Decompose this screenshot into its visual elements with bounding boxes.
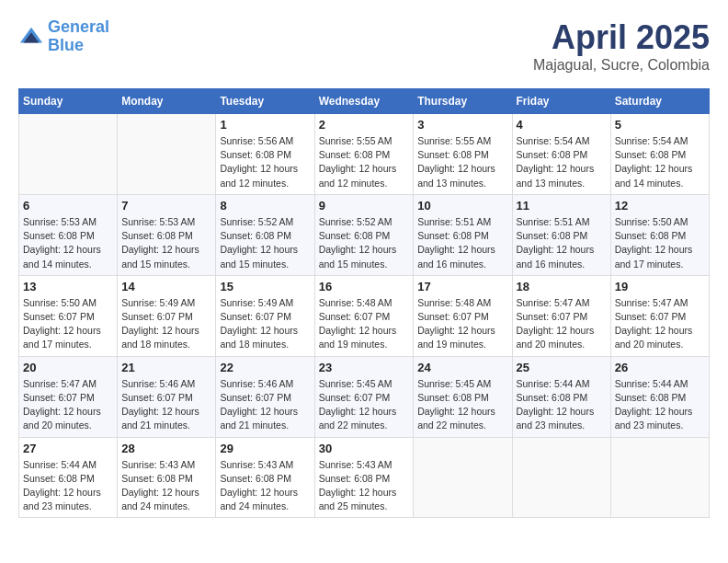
day-info: Sunrise: 5:53 AMSunset: 6:08 PMDaylight:… — [121, 215, 211, 271]
day-cell: 9Sunrise: 5:52 AMSunset: 6:08 PMDaylight… — [314, 194, 414, 275]
calendar-title: April 2025 — [533, 18, 710, 57]
day-cell: 21Sunrise: 5:46 AMSunset: 6:07 PMDayligh… — [118, 356, 216, 437]
calendar-subtitle: Majagual, Sucre, Colombia — [533, 57, 710, 74]
day-number: 10 — [417, 199, 507, 213]
day-number: 14 — [121, 280, 211, 293]
day-number: 12 — [615, 199, 705, 213]
weekday-header-wednesday: Wednesday — [314, 89, 414, 114]
day-cell: 30Sunrise: 5:43 AMSunset: 6:08 PMDayligh… — [314, 437, 414, 518]
week-row-2: 6Sunrise: 5:53 AMSunset: 6:08 PMDaylight… — [19, 194, 710, 275]
day-number: 15 — [220, 280, 310, 293]
day-number: 4 — [517, 118, 607, 132]
day-info: Sunrise: 5:45 AMSunset: 6:07 PMDaylight:… — [319, 377, 410, 433]
day-number: 16 — [319, 280, 410, 293]
day-info: Sunrise: 5:54 AMSunset: 6:08 PMDaylight:… — [517, 134, 607, 190]
day-number: 18 — [517, 280, 607, 293]
day-number: 13 — [23, 280, 113, 293]
day-cell: 25Sunrise: 5:44 AMSunset: 6:08 PMDayligh… — [512, 356, 610, 437]
weekday-header-sunday: Sunday — [19, 89, 118, 114]
day-number: 5 — [615, 118, 705, 132]
day-cell: 4Sunrise: 5:54 AMSunset: 6:08 PMDaylight… — [512, 114, 610, 195]
day-cell: 11Sunrise: 5:51 AMSunset: 6:08 PMDayligh… — [512, 194, 610, 275]
day-info: Sunrise: 5:46 AMSunset: 6:07 PMDaylight:… — [220, 377, 310, 433]
day-info: Sunrise: 5:54 AMSunset: 6:08 PMDaylight:… — [615, 134, 705, 190]
day-cell — [610, 437, 709, 518]
day-cell — [118, 114, 216, 195]
day-number: 24 — [417, 361, 507, 374]
day-info: Sunrise: 5:53 AMSunset: 6:08 PMDaylight:… — [23, 215, 113, 271]
title-section: April 2025 Majagual, Sucre, Colombia — [533, 18, 710, 74]
day-info: Sunrise: 5:56 AMSunset: 6:08 PMDaylight:… — [220, 134, 310, 190]
calendar-table: SundayMondayTuesdayWednesdayThursdayFrid… — [18, 88, 710, 518]
day-info: Sunrise: 5:51 AMSunset: 6:08 PMDaylight:… — [417, 215, 507, 271]
logo-text: General Blue — [48, 18, 109, 55]
day-info: Sunrise: 5:52 AMSunset: 6:08 PMDaylight:… — [220, 215, 310, 271]
day-number: 8 — [220, 199, 310, 213]
day-info: Sunrise: 5:49 AMSunset: 6:07 PMDaylight:… — [220, 296, 310, 352]
day-info: Sunrise: 5:46 AMSunset: 6:07 PMDaylight:… — [121, 377, 211, 433]
day-info: Sunrise: 5:49 AMSunset: 6:07 PMDaylight:… — [121, 296, 211, 352]
day-number: 28 — [121, 442, 211, 455]
day-info: Sunrise: 5:50 AMSunset: 6:08 PMDaylight:… — [615, 215, 705, 271]
day-cell — [19, 114, 118, 195]
weekday-header-monday: Monday — [118, 89, 216, 114]
day-cell: 27Sunrise: 5:44 AMSunset: 6:08 PMDayligh… — [19, 437, 118, 518]
weekday-header-row: SundayMondayTuesdayWednesdayThursdayFrid… — [19, 89, 710, 114]
day-cell — [512, 437, 610, 518]
day-cell: 22Sunrise: 5:46 AMSunset: 6:07 PMDayligh… — [216, 356, 314, 437]
day-cell: 10Sunrise: 5:51 AMSunset: 6:08 PMDayligh… — [414, 194, 512, 275]
day-cell: 15Sunrise: 5:49 AMSunset: 6:07 PMDayligh… — [216, 275, 314, 356]
day-info: Sunrise: 5:50 AMSunset: 6:07 PMDaylight:… — [23, 296, 113, 352]
day-info: Sunrise: 5:44 AMSunset: 6:08 PMDaylight:… — [615, 377, 705, 433]
day-number: 25 — [517, 361, 607, 374]
page-header: General Blue April 2025 Majagual, Sucre,… — [18, 18, 710, 74]
day-info: Sunrise: 5:43 AMSunset: 6:08 PMDaylight:… — [121, 458, 211, 514]
weekday-header-tuesday: Tuesday — [216, 89, 314, 114]
calendar-header: SundayMondayTuesdayWednesdayThursdayFrid… — [19, 89, 710, 114]
day-cell: 16Sunrise: 5:48 AMSunset: 6:07 PMDayligh… — [314, 275, 414, 356]
day-cell: 8Sunrise: 5:52 AMSunset: 6:08 PMDaylight… — [216, 194, 314, 275]
day-number: 11 — [517, 199, 607, 213]
day-info: Sunrise: 5:55 AMSunset: 6:08 PMDaylight:… — [319, 134, 410, 190]
day-number: 7 — [121, 199, 211, 213]
day-cell: 2Sunrise: 5:55 AMSunset: 6:08 PMDaylight… — [314, 114, 414, 195]
day-cell — [414, 437, 512, 518]
logo-line1: General — [48, 17, 109, 36]
day-number: 9 — [319, 199, 410, 213]
logo-icon — [18, 24, 44, 50]
day-info: Sunrise: 5:45 AMSunset: 6:08 PMDaylight:… — [417, 377, 507, 433]
day-cell: 28Sunrise: 5:43 AMSunset: 6:08 PMDayligh… — [118, 437, 216, 518]
day-number: 6 — [23, 199, 113, 213]
day-info: Sunrise: 5:47 AMSunset: 6:07 PMDaylight:… — [615, 296, 705, 352]
logo: General Blue — [18, 18, 109, 55]
day-number: 22 — [220, 361, 310, 374]
weekday-header-friday: Friday — [512, 89, 610, 114]
day-cell: 12Sunrise: 5:50 AMSunset: 6:08 PMDayligh… — [610, 194, 709, 275]
day-info: Sunrise: 5:48 AMSunset: 6:07 PMDaylight:… — [319, 296, 410, 352]
week-row-4: 20Sunrise: 5:47 AMSunset: 6:07 PMDayligh… — [19, 356, 710, 437]
day-info: Sunrise: 5:52 AMSunset: 6:08 PMDaylight:… — [319, 215, 410, 271]
day-info: Sunrise: 5:43 AMSunset: 6:08 PMDaylight:… — [319, 458, 410, 514]
day-number: 30 — [319, 442, 410, 455]
day-info: Sunrise: 5:55 AMSunset: 6:08 PMDaylight:… — [417, 134, 507, 190]
day-cell: 19Sunrise: 5:47 AMSunset: 6:07 PMDayligh… — [610, 275, 709, 356]
logo-line2: Blue — [48, 36, 84, 54]
day-cell: 3Sunrise: 5:55 AMSunset: 6:08 PMDaylight… — [414, 114, 512, 195]
day-info: Sunrise: 5:44 AMSunset: 6:08 PMDaylight:… — [517, 377, 607, 433]
day-info: Sunrise: 5:48 AMSunset: 6:07 PMDaylight:… — [417, 296, 507, 352]
day-cell: 29Sunrise: 5:43 AMSunset: 6:08 PMDayligh… — [216, 437, 314, 518]
day-cell: 24Sunrise: 5:45 AMSunset: 6:08 PMDayligh… — [414, 356, 512, 437]
week-row-5: 27Sunrise: 5:44 AMSunset: 6:08 PMDayligh… — [19, 437, 710, 518]
day-info: Sunrise: 5:43 AMSunset: 6:08 PMDaylight:… — [220, 458, 310, 514]
day-number: 20 — [23, 361, 113, 374]
day-cell: 1Sunrise: 5:56 AMSunset: 6:08 PMDaylight… — [216, 114, 314, 195]
day-cell: 18Sunrise: 5:47 AMSunset: 6:07 PMDayligh… — [512, 275, 610, 356]
day-cell: 13Sunrise: 5:50 AMSunset: 6:07 PMDayligh… — [19, 275, 118, 356]
day-number: 17 — [417, 280, 507, 293]
day-cell: 5Sunrise: 5:54 AMSunset: 6:08 PMDaylight… — [610, 114, 709, 195]
day-info: Sunrise: 5:44 AMSunset: 6:08 PMDaylight:… — [23, 458, 113, 514]
day-number: 26 — [615, 361, 705, 374]
day-cell: 26Sunrise: 5:44 AMSunset: 6:08 PMDayligh… — [610, 356, 709, 437]
day-cell: 17Sunrise: 5:48 AMSunset: 6:07 PMDayligh… — [414, 275, 512, 356]
weekday-header-thursday: Thursday — [414, 89, 512, 114]
